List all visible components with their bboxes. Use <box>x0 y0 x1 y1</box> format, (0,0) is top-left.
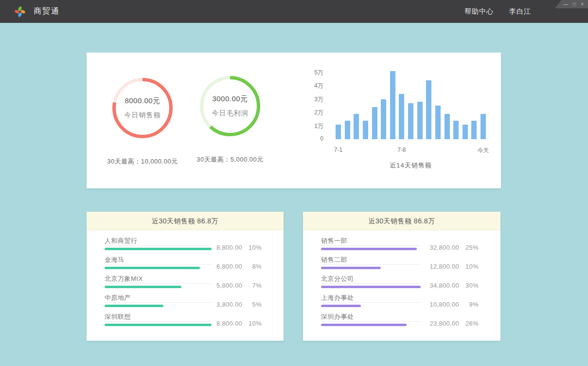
list-item: 北京万象MIX5,800.007% <box>105 274 262 293</box>
sales-14d-bar-chart: 01万2万3万4万5万 7-17-8今天 近14天销售额 <box>293 66 488 175</box>
row-bar-track <box>105 245 212 250</box>
panel-title: 近30天销售额 86.8万 <box>87 212 284 230</box>
y-tick-label: 0 <box>293 135 323 142</box>
customer-sales-panel: 近30天销售额 86.8万 人和商贸行8,800.0010%金海马6,800.0… <box>87 212 284 341</box>
app-logo-icon <box>14 5 26 18</box>
department-sales-panel: 近30天销售额 86.8万 销售一部32,800.0025%销售二部12,800… <box>303 212 500 341</box>
row-label: 深圳联想 <box>105 312 212 321</box>
row-label: 北京万象MIX <box>105 274 212 283</box>
bar <box>399 94 404 140</box>
row-bar-track <box>321 321 421 326</box>
list-item: 深圳联想8,800.0010% <box>105 312 262 331</box>
bar <box>372 107 377 139</box>
gauge-footnote: 30天最高：5,000.00元 <box>174 155 286 164</box>
x-tick-label: 7-1 <box>334 146 342 153</box>
user-menu[interactable]: 李白江 <box>509 7 531 16</box>
bar <box>481 114 486 139</box>
bar <box>435 106 441 139</box>
bar <box>363 121 368 140</box>
row-value: 23,800.00 <box>429 320 459 327</box>
bar <box>345 121 350 140</box>
bar <box>336 125 341 139</box>
gauge-label: 今日销售额 <box>125 111 161 120</box>
dashboard: 8000.00元 今日销售额 30天最高：10,000.00元 3000.00元… <box>0 23 588 366</box>
y-tick-label: 3万 <box>293 95 323 104</box>
row-bar <box>105 286 181 288</box>
row-label: 上海办事处 <box>321 293 421 302</box>
bar <box>426 80 431 139</box>
bar <box>471 121 477 140</box>
app-title: 商贸通 <box>34 6 60 17</box>
today-profit-gauge: 3000.00元 今日毛利润 30天最高：5,000.00元 <box>174 74 286 164</box>
titlebar: 商贸通 帮助中心 李白江 —□× <box>0 0 588 23</box>
row-bar <box>321 248 417 250</box>
close-button[interactable]: × <box>581 0 584 8</box>
list-item: 北京分公司34,800.0030% <box>321 274 479 293</box>
row-percent: 10% <box>459 263 479 270</box>
list-item: 销售二部12,800.0010% <box>321 256 479 274</box>
list-item: 金海马6,800.008% <box>105 256 262 274</box>
list-item: 中原地产3,800.005% <box>105 293 262 312</box>
list-item: 人和商贸行8,800.0010% <box>105 237 262 256</box>
row-bar-track <box>321 302 421 307</box>
row-value: 8,800.00 <box>216 320 242 327</box>
window-controls: —□× <box>555 0 588 8</box>
row-label: 中原地产 <box>105 293 212 302</box>
row-bar-track <box>105 283 212 288</box>
row-bar <box>105 248 212 250</box>
minimize-button[interactable]: — <box>563 0 568 8</box>
row-value: 3,800.00 <box>216 301 242 308</box>
row-value: 34,800.00 <box>429 282 459 289</box>
row-bar <box>321 267 381 269</box>
bar <box>463 125 468 139</box>
x-tick-label: 今天 <box>478 146 489 155</box>
row-bar <box>105 267 200 269</box>
row-bar <box>321 305 361 307</box>
row-label: 深圳办事处 <box>321 312 421 321</box>
gauge-value: 3000.00元 <box>212 94 248 104</box>
help-center-link[interactable]: 帮助中心 <box>464 7 494 16</box>
row-label: 北京分公司 <box>321 274 421 283</box>
gauge-label: 今日毛利润 <box>212 109 249 118</box>
row-bar-track <box>321 245 421 250</box>
y-tick-label: 5万 <box>293 69 323 77</box>
panel-title: 近30天销售额 86.8万 <box>303 212 500 230</box>
row-bar-track <box>105 321 212 326</box>
row-value: 8,800.00 <box>216 244 242 251</box>
row-value: 12,800.00 <box>429 263 459 270</box>
x-tick-label: 7-8 <box>397 146 406 153</box>
row-percent: 7% <box>242 282 262 289</box>
y-tick-label: 4万 <box>293 82 323 90</box>
bar <box>354 114 359 139</box>
list-item: 深圳办事处23,800.0026% <box>321 312 479 331</box>
gauge-value: 8000.00元 <box>125 96 160 106</box>
row-percent: 26% <box>459 320 479 327</box>
row-percent: 10% <box>242 320 262 327</box>
row-value: 6,800.00 <box>216 263 242 270</box>
row-label: 金海马 <box>105 256 212 264</box>
list-item: 上海办事处10,800.009% <box>321 293 479 312</box>
y-tick-label: 2万 <box>293 109 323 117</box>
row-value: 5,800.00 <box>216 282 242 289</box>
row-value: 10,800.00 <box>429 301 459 308</box>
row-percent: 30% <box>459 282 479 289</box>
chart-title: 近14天销售额 <box>336 161 486 170</box>
titlebar-nav: 帮助中心 李白江 <box>464 7 531 16</box>
row-percent: 9% <box>459 301 479 308</box>
row-percent: 25% <box>459 244 479 251</box>
row-label: 人和商贸行 <box>105 237 212 245</box>
maximize-button[interactable]: □ <box>573 0 576 8</box>
row-percent: 5% <box>242 301 262 308</box>
row-bar <box>321 324 407 326</box>
list-item: 销售一部32,800.0025% <box>321 237 479 256</box>
row-bar <box>105 324 212 326</box>
row-percent: 10% <box>242 244 262 251</box>
overview-card: 8000.00元 今日销售额 30天最高：10,000.00元 3000.00元… <box>87 53 501 188</box>
bar <box>453 121 459 140</box>
row-label: 销售二部 <box>321 256 421 264</box>
row-percent: 8% <box>242 263 262 270</box>
row-value: 32,800.00 <box>429 244 459 251</box>
y-tick-label: 1万 <box>293 122 323 130</box>
row-bar-track <box>321 264 421 269</box>
bar <box>408 103 413 139</box>
